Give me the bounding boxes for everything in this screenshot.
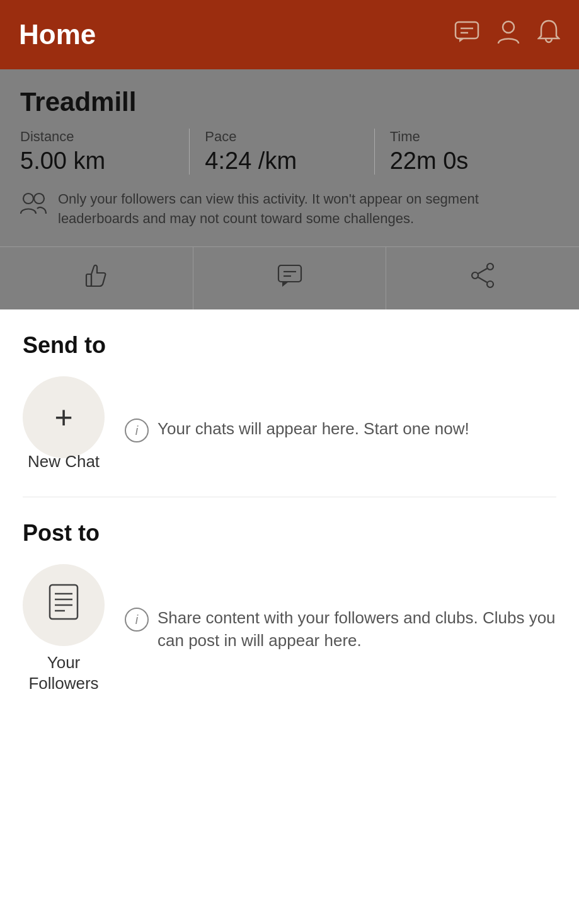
page-title: Home xyxy=(19,19,96,50)
chats-info-bubble: i Your chats will appear here. Start one… xyxy=(125,417,469,442)
chat-icon[interactable] xyxy=(454,21,479,49)
info-icon: i xyxy=(125,419,149,442)
bell-icon[interactable] xyxy=(537,20,560,50)
privacy-text: Only your followers can view this activi… xyxy=(58,190,559,229)
stat-time-label: Time xyxy=(390,129,544,145)
svg-rect-15 xyxy=(50,585,77,619)
stat-distance-label: Distance xyxy=(20,129,174,145)
plus-icon: + xyxy=(54,399,72,436)
post-to-title: Post to xyxy=(23,520,556,546)
your-followers-label: YourFollowers xyxy=(28,652,98,695)
followers-col: YourFollowers xyxy=(23,564,105,695)
stat-pace-label: Pace xyxy=(205,129,358,145)
privacy-notice: Only your followers can view this activi… xyxy=(20,190,559,246)
svg-rect-0 xyxy=(456,22,478,38)
svg-point-11 xyxy=(472,272,478,279)
new-chat-button[interactable]: + xyxy=(23,376,105,458)
section-divider xyxy=(23,497,556,497)
header: Home xyxy=(0,0,579,69)
followers-info-bubble: i Share content with your followers and … xyxy=(125,606,556,652)
new-chat-col: + New Chat xyxy=(23,376,105,484)
svg-rect-6 xyxy=(86,274,91,286)
activity-stats: Distance 5.00 km Pace 4:24 /km Time 22m … xyxy=(20,129,559,175)
stat-time: Time 22m 0s xyxy=(374,129,559,175)
new-chat-label: New Chat xyxy=(28,452,100,471)
your-followers-button[interactable] xyxy=(23,564,105,646)
activity-title: Treadmill xyxy=(20,87,559,117)
svg-point-10 xyxy=(487,263,493,270)
stat-pace: Pace 4:24 /km xyxy=(189,129,374,175)
activity-card: Treadmill Distance 5.00 km Pace 4:24 /km… xyxy=(0,69,579,246)
info-letter: i xyxy=(135,424,138,438)
share-button[interactable] xyxy=(386,247,579,309)
stat-pace-value: 4:24 /km xyxy=(205,147,358,175)
document-icon xyxy=(45,582,83,627)
header-icons xyxy=(454,20,560,50)
svg-point-4 xyxy=(23,193,33,204)
bottom-sheet: Send to + New Chat i Your chats will app… xyxy=(0,309,579,852)
share-icon xyxy=(469,262,496,295)
followers-privacy-icon xyxy=(20,191,47,221)
followers-info-message: Share content with your followers and cl… xyxy=(158,606,556,652)
stat-distance-value: 5.00 km xyxy=(20,147,174,175)
send-to-title: Send to xyxy=(23,332,556,359)
comment-icon xyxy=(276,262,304,295)
stat-time-value: 22m 0s xyxy=(390,147,544,175)
like-button[interactable] xyxy=(0,247,193,309)
action-bar xyxy=(0,246,579,309)
followers-info-icon: i xyxy=(125,608,149,632)
svg-rect-7 xyxy=(278,265,301,282)
chats-info-message: Your chats will appear here. Start one n… xyxy=(158,417,469,440)
svg-point-12 xyxy=(487,281,493,287)
stat-distance: Distance 5.00 km xyxy=(20,129,189,175)
thumbs-up-icon xyxy=(83,262,110,295)
comment-button[interactable] xyxy=(193,247,386,309)
svg-line-14 xyxy=(478,277,487,282)
search-icon[interactable] xyxy=(497,20,520,50)
svg-line-13 xyxy=(478,269,487,274)
svg-point-3 xyxy=(503,21,514,33)
followers-info-letter: i xyxy=(135,613,138,627)
svg-point-5 xyxy=(34,193,44,204)
